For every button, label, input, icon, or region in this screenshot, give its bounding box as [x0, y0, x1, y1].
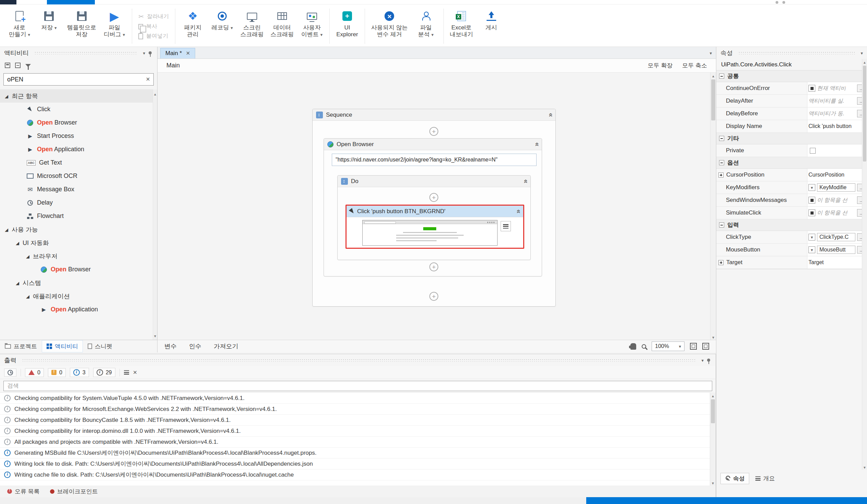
info-toggle[interactable]: 3 — [70, 368, 89, 377]
magnifier-icon[interactable] — [642, 344, 646, 349]
tab-properties[interactable]: 속성 — [720, 473, 749, 484]
export-to-excel-button[interactable]: Excel로 내보내기 — [447, 7, 477, 46]
collapse-all-icon[interactable] — [15, 63, 21, 68]
screen-scraping-button[interactable]: 스크린 스크래핑 — [237, 7, 267, 46]
property-hint[interactable]: 이 항목을 선 — [817, 209, 847, 217]
dropdown-button[interactable] — [809, 234, 815, 241]
section-misc[interactable]: 기타 — [716, 133, 867, 144]
debug-file-button[interactable]: 파일 디버그 — [100, 7, 129, 46]
fit-to-screen-icon[interactable] — [690, 343, 697, 350]
scroll-up-icon[interactable] — [153, 90, 157, 97]
scrollbar-thumb[interactable] — [711, 79, 715, 120]
property-hint[interactable]: 액티비티를 실. — [809, 98, 844, 105]
breadcrumb[interactable]: Main — [167, 62, 180, 69]
panel-menu-caret-icon[interactable] — [701, 357, 704, 364]
imports-button[interactable]: 가져오기 — [214, 342, 238, 350]
warnings-toggle[interactable]: 0 — [48, 368, 66, 377]
filter-icon[interactable] — [25, 64, 31, 67]
canvas-scrollbar[interactable] — [710, 73, 716, 340]
expand-all-link[interactable]: 모두 확장 — [648, 62, 673, 69]
arguments-button[interactable]: 인수 — [189, 342, 201, 350]
private-checkbox[interactable] — [810, 148, 816, 154]
paste-button[interactable]: 붙여넣기 — [138, 33, 169, 40]
scroll-up-icon[interactable] — [710, 73, 716, 78]
collapse-icon[interactable] — [514, 209, 522, 213]
expander-icon[interactable] — [26, 293, 30, 300]
tab-main[interactable]: Main * — [160, 48, 195, 58]
expression-button[interactable] — [809, 197, 815, 204]
publish-button[interactable]: 게시 — [477, 7, 506, 46]
clear-output-icon[interactable] — [133, 369, 137, 376]
user-icon[interactable] — [782, 1, 785, 4]
available-section-header[interactable]: 사용 가능 — [0, 223, 157, 236]
click-target-screenshot[interactable] — [362, 220, 497, 246]
collapse-all-link[interactable]: 모두 축소 — [682, 62, 707, 69]
errors-toggle[interactable]: 0 — [25, 368, 44, 377]
log-row[interactable]: Checking compatibility for System.ValueT… — [0, 393, 710, 404]
activity-item-open-browser[interactable]: Open Browser — [0, 116, 157, 129]
timestamp-toggle[interactable] — [4, 369, 17, 377]
activity-item-start-process[interactable]: Start Process — [0, 129, 157, 143]
user-events-button[interactable]: 사용자 이벤트 — [297, 7, 327, 46]
collapse-section-icon[interactable] — [719, 160, 724, 165]
add-activity-icon[interactable] — [429, 292, 438, 301]
property-hint[interactable]: 현재 액티비 — [817, 85, 846, 92]
open-browser-header[interactable]: Open Browser — [324, 139, 542, 150]
collapse-section-icon[interactable] — [719, 74, 724, 79]
search-clear-icon[interactable] — [146, 76, 150, 83]
scrollbar-thumb[interactable] — [863, 66, 866, 162]
fit-icon[interactable] — [702, 343, 709, 350]
activity-item-open-application[interactable]: Open Application — [0, 143, 157, 156]
activity-item-message-box[interactable]: Message Box — [0, 183, 157, 196]
tab-activities[interactable]: 액티비티 — [42, 340, 83, 352]
section-options[interactable]: 옵션 — [716, 157, 867, 169]
expander-icon[interactable] — [5, 226, 8, 233]
collapse-icon[interactable] — [546, 113, 554, 117]
expression-button[interactable] — [809, 85, 815, 92]
new-button[interactable]: 새로 만들기 — [5, 7, 34, 46]
activity-item-flowchart[interactable]: Flowchart — [0, 209, 157, 223]
save-button[interactable]: 저장 — [34, 7, 64, 46]
tab-outline[interactable]: 개요 — [751, 473, 779, 484]
save-as-template-button[interactable]: 템플릿으로 저장 — [64, 7, 100, 46]
scroll-down-icon[interactable] — [862, 464, 867, 470]
activity-menu-button[interactable] — [501, 221, 511, 231]
remove-unused-variables-button[interactable]: 사용되지 않는 변수 제거 — [368, 7, 411, 46]
activity-item-click[interactable]: Click — [0, 103, 157, 116]
tree-node-browser[interactable]: 브라우저 — [0, 250, 157, 263]
do-header[interactable]: Do — [338, 176, 531, 187]
add-activity-icon[interactable] — [429, 193, 438, 202]
add-activity-icon[interactable] — [429, 127, 438, 136]
output-search-input[interactable] — [7, 383, 708, 390]
panel-menu-caret-icon[interactable] — [860, 49, 863, 56]
recent-section-header[interactable]: 최근 항목 — [0, 89, 157, 103]
log-row[interactable]: All packages and projects are compatible… — [0, 437, 710, 448]
scroll-down-icon[interactable] — [710, 480, 716, 485]
tree-node-system[interactable]: 시스템 — [0, 276, 157, 289]
tab-snippets[interactable]: 스니펫 — [83, 340, 117, 352]
expander-icon[interactable] — [16, 239, 19, 246]
data-scraping-button[interactable]: 데이터 스크래핑 — [267, 7, 297, 46]
scroll-up-icon[interactable] — [862, 59, 867, 65]
scroll-down-icon[interactable] — [153, 332, 157, 339]
properties-scrollbar[interactable] — [862, 59, 867, 470]
recording-button[interactable]: 레코딩 — [207, 7, 237, 46]
expander-icon[interactable] — [26, 252, 30, 260]
expression-button[interactable] — [809, 209, 815, 216]
activity-item-get-text[interactable]: Get Text — [0, 156, 157, 169]
tree-leaf-open-browser[interactable]: Open Browser — [0, 263, 157, 276]
sequence-header[interactable]: Sequence — [313, 109, 555, 121]
scroll-down-icon[interactable] — [710, 334, 716, 340]
log-row[interactable]: Checking compatibility for BouncyCastle … — [0, 415, 710, 426]
tree-node-application[interactable]: 애플리케이션 — [0, 289, 157, 303]
expand-all-icon[interactable] — [5, 63, 10, 68]
property-value[interactable]: CursorPosition — [809, 172, 844, 178]
manage-packages-button[interactable]: 패키지 관리 — [178, 7, 207, 46]
tab-error-list[interactable]: 오류 목록 — [3, 486, 44, 497]
collapse-section-icon[interactable] — [719, 136, 724, 141]
dropdown-button[interactable] — [809, 246, 815, 253]
cut-button[interactable]: 잘라내기 — [138, 13, 169, 21]
tab-breakpoints[interactable]: 브레이크포인트 — [45, 486, 103, 497]
trace-toggle[interactable]: 29 — [93, 368, 115, 377]
options-icon[interactable] — [124, 370, 129, 375]
